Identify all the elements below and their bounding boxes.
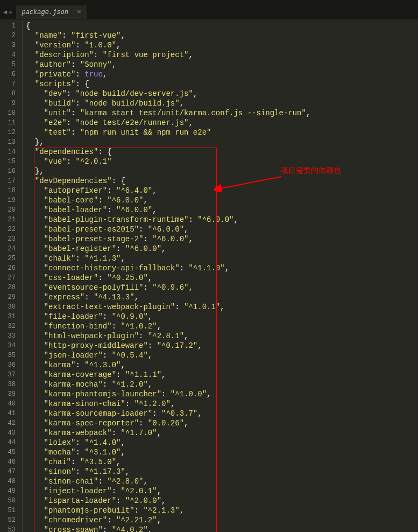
line-number: 14 bbox=[4, 147, 16, 157]
code-line[interactable]: "connect-history-api-fallback": "^1.1.0"… bbox=[26, 263, 310, 273]
code-line[interactable]: "file-loader": "^0.9.0", bbox=[26, 312, 310, 321]
line-number: 17 bbox=[4, 176, 16, 186]
code-line[interactable]: "isparta-loader": "^2.0.0", bbox=[26, 496, 310, 506]
tab-bar: ◀ ▶ package.json × bbox=[0, 5, 418, 19]
line-number: 9 bbox=[4, 99, 16, 108]
line-number: 31 bbox=[4, 312, 16, 321]
nav-arrows: ◀ ▶ bbox=[0, 8, 16, 16]
code-line[interactable]: "babel-plugin-transform-runtime": "^6.0.… bbox=[26, 215, 310, 225]
code-line[interactable]: "private": true, bbox=[26, 69, 310, 79]
code-content[interactable]: { "name": "first-vue", "version": "1.0.0… bbox=[23, 19, 310, 532]
code-line[interactable]: "chalk": "^1.1.3", bbox=[26, 254, 310, 263]
code-line[interactable]: "name": "first-vue", bbox=[26, 31, 310, 40]
line-number: 34 bbox=[4, 341, 16, 351]
code-line[interactable]: "express": "^4.13.3", bbox=[26, 292, 310, 302]
code-line[interactable]: "karma-mocha": "^1.2.0", bbox=[26, 380, 310, 389]
code-line[interactable]: "function-bind": "^1.0.2", bbox=[26, 321, 310, 331]
nav-forward-icon[interactable]: ▶ bbox=[9, 8, 13, 16]
line-number: 18 bbox=[4, 186, 16, 195]
line-number: 43 bbox=[4, 428, 16, 438]
code-line[interactable]: "inject-loader": "^2.0.1", bbox=[26, 486, 310, 496]
line-number: 37 bbox=[4, 370, 16, 380]
code-line[interactable]: "autoprefixer": "^6.4.0", bbox=[26, 186, 310, 195]
code-line[interactable]: "description": "first vue project", bbox=[26, 50, 310, 60]
line-number: 38 bbox=[4, 380, 16, 389]
code-line[interactable]: "mocha": "^3.1.0", bbox=[26, 447, 310, 457]
line-number: 35 bbox=[4, 351, 16, 360]
line-number: 24 bbox=[4, 244, 16, 254]
code-line[interactable]: "sinon-chai": "^2.8.0", bbox=[26, 477, 310, 486]
code-line[interactable]: "karma-spec-reporter": "0.0.26", bbox=[26, 418, 310, 428]
line-number: 11 bbox=[4, 118, 16, 128]
code-line[interactable]: "cross-spawn": "^4.0.2", bbox=[26, 525, 310, 532]
line-number: 50 bbox=[4, 496, 16, 506]
line-number: 44 bbox=[4, 438, 16, 447]
line-number: 32 bbox=[4, 321, 16, 331]
line-number: 29 bbox=[4, 292, 16, 302]
code-line[interactable]: "dependencies": { bbox=[26, 147, 310, 157]
code-line[interactable]: "test": "npm run unit && npm run e2e" bbox=[26, 128, 310, 137]
tab-package-json[interactable]: package.json × bbox=[16, 5, 87, 19]
code-line[interactable]: "babel-loader": "^6.0.0", bbox=[26, 205, 310, 215]
code-line[interactable]: "dev": "node build/dev-server.js", bbox=[26, 89, 310, 99]
code-line[interactable]: "karma": "^1.3.0", bbox=[26, 360, 310, 370]
code-line[interactable]: "http-proxy-middleware": "^0.17.2", bbox=[26, 341, 310, 351]
code-line[interactable]: { bbox=[26, 21, 310, 31]
code-line[interactable]: "unit": "karma start test/unit/karma.con… bbox=[26, 108, 310, 118]
code-line[interactable]: "author": "Sonny", bbox=[26, 60, 310, 69]
line-number: 51 bbox=[4, 506, 16, 515]
line-number: 36 bbox=[4, 360, 16, 370]
code-line[interactable]: "babel-preset-stage-2": "^6.0.0", bbox=[26, 234, 310, 244]
line-number: 26 bbox=[4, 263, 16, 273]
line-number: 28 bbox=[4, 283, 16, 292]
line-number: 8 bbox=[4, 89, 16, 99]
line-number: 4 bbox=[4, 50, 16, 60]
line-number: 10 bbox=[4, 108, 16, 118]
code-line[interactable]: "vue": "^2.0.1" bbox=[26, 157, 310, 166]
code-line[interactable]: "babel-register": "^6.0.0", bbox=[26, 244, 310, 254]
line-number: 19 bbox=[4, 195, 16, 205]
code-line[interactable]: "karma-coverage": "^1.1.1", bbox=[26, 370, 310, 380]
code-line[interactable]: "extract-text-webpack-plugin": "^1.0.1", bbox=[26, 302, 310, 312]
code-line[interactable]: "karma-sinon-chai": "^1.2.0", bbox=[26, 399, 310, 409]
line-number: 46 bbox=[4, 457, 16, 467]
code-line[interactable]: "devDependencies": { bbox=[26, 176, 310, 186]
code-line[interactable]: "chai": "^3.5.0", bbox=[26, 457, 310, 467]
editor[interactable]: 1234567891011121314151617181920212223242… bbox=[0, 19, 418, 532]
code-line[interactable]: "phantomjs-prebuilt": "^2.1.3", bbox=[26, 506, 310, 515]
code-line[interactable]: "babel-core": "^6.0.0", bbox=[26, 195, 310, 205]
code-line[interactable]: "eventsource-polyfill": "^0.9.6", bbox=[26, 283, 310, 292]
code-line[interactable]: "karma-sourcemap-loader": "^0.3.7", bbox=[26, 409, 310, 418]
close-icon[interactable]: × bbox=[77, 8, 81, 16]
nav-back-icon[interactable]: ◀ bbox=[3, 8, 7, 16]
line-number: 20 bbox=[4, 205, 16, 215]
line-number: 39 bbox=[4, 389, 16, 399]
code-line[interactable]: "version": "1.0.0", bbox=[26, 40, 310, 50]
code-line[interactable]: "build": "node build/build.js", bbox=[26, 99, 310, 108]
code-line[interactable]: "karma-phantomjs-launcher": "^1.0.0", bbox=[26, 389, 310, 399]
code-line[interactable]: "scripts": { bbox=[26, 79, 310, 89]
line-number: 23 bbox=[4, 234, 16, 244]
code-line[interactable]: }, bbox=[26, 137, 310, 147]
code-line[interactable]: "karma-webpack": "^1.7.0", bbox=[26, 428, 310, 438]
code-line[interactable]: "html-webpack-plugin": "^2.8.1", bbox=[26, 331, 310, 341]
code-line[interactable]: "css-loader": "^0.25.0", bbox=[26, 273, 310, 283]
line-number: 5 bbox=[4, 60, 16, 69]
line-number: 30 bbox=[4, 302, 16, 312]
code-line[interactable]: }, bbox=[26, 166, 310, 176]
line-number: 41 bbox=[4, 409, 16, 418]
line-gutter: 1234567891011121314151617181920212223242… bbox=[0, 19, 23, 532]
code-line[interactable]: "chromedriver": "^2.21.2", bbox=[26, 515, 310, 525]
line-number: 33 bbox=[4, 331, 16, 341]
line-number: 13 bbox=[4, 137, 16, 147]
code-line[interactable]: "sinon": "^1.17.3", bbox=[26, 467, 310, 477]
line-number: 49 bbox=[4, 486, 16, 496]
code-line[interactable]: "lolex": "^1.4.0", bbox=[26, 438, 310, 447]
code-line[interactable]: "json-loader": "^0.5.4", bbox=[26, 351, 310, 360]
line-number: 22 bbox=[4, 225, 16, 234]
line-number: 1 bbox=[4, 21, 16, 31]
line-number: 53 bbox=[4, 525, 16, 532]
title-bar bbox=[0, 0, 418, 5]
code-line[interactable]: "e2e": "node test/e2e/runner.js", bbox=[26, 118, 310, 128]
code-line[interactable]: "babel-preset-es2015": "^6.0.0", bbox=[26, 225, 310, 234]
